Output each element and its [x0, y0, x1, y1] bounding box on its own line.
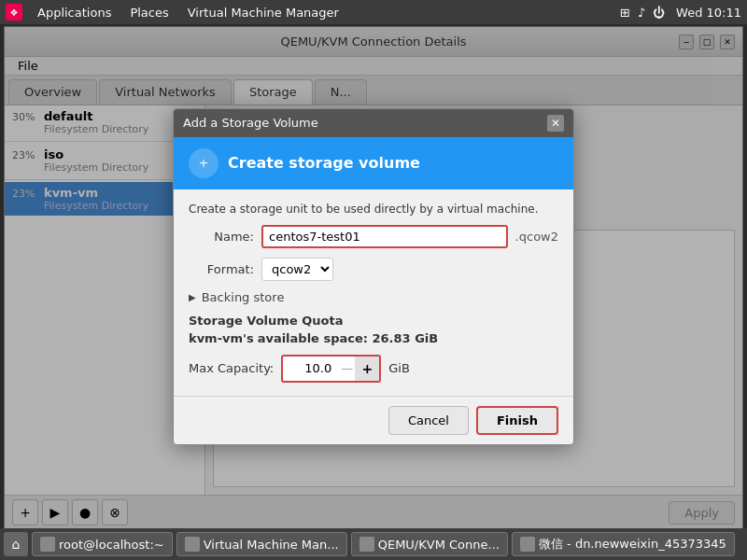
dialog-footer: Cancel Finish	[174, 396, 573, 444]
dialog-titlebar: Add a Storage Volume ✕	[174, 109, 573, 137]
quota-section: Storage Volume Quota kvm-vm's available …	[189, 314, 558, 345]
taskbar-item-wechat[interactable]: 微信 - dn.newweixin_45373345	[512, 532, 735, 556]
taskbar-item-vm-manager[interactable]: Virtual Machine Man...	[176, 532, 347, 556]
dialog-header-icon: +	[189, 148, 218, 178]
dialog-header-title: Create storage volume	[228, 154, 420, 172]
add-storage-volume-dialog: Add a Storage Volume ✕ + Create storage …	[173, 108, 574, 445]
taskbar-wechat-label: 微信 - dn.newweixin_45373345	[539, 536, 726, 553]
power-icon: ⏻	[653, 6, 665, 20]
capacity-input[interactable]	[283, 358, 339, 378]
plus-icon: +	[199, 156, 209, 170]
dialog-header: + Create storage volume	[174, 137, 573, 189]
dialog-overlay: Add a Storage Volume ✕ + Create storage …	[0, 24, 747, 528]
format-form-row: Format: qcow2 raw vmdk	[189, 258, 558, 281]
taskbar-vm-label: Virtual Machine Man...	[204, 538, 339, 552]
capacity-separator: —	[339, 361, 355, 375]
top-menu-bar: ❖ Applications Places Virtual Machine Ma…	[0, 0, 747, 24]
qemu-icon	[359, 537, 374, 552]
dialog-close-button[interactable]: ✕	[547, 115, 564, 132]
places-menu[interactable]: Places	[122, 4, 176, 21]
dialog-title: Add a Storage Volume	[183, 116, 318, 130]
vm-manager-icon	[185, 537, 200, 552]
format-select[interactable]: qcow2 raw vmdk	[261, 258, 333, 281]
wechat-icon	[520, 537, 535, 552]
quota-title: Storage Volume Quota	[189, 314, 558, 328]
taskbar: ⌂ root@localhost:~ Virtual Machine Man..…	[0, 528, 747, 560]
name-form-row: Name: .qcow2	[189, 225, 558, 248]
capacity-unit: GiB	[388, 361, 410, 375]
quota-avail-text: available space: 26.83 GiB	[258, 331, 439, 345]
name-input[interactable]	[261, 225, 508, 248]
taskbar-item-terminal[interactable]: root@localhost:~	[32, 532, 173, 556]
backing-store-section[interactable]: ▶ Backing store	[189, 290, 558, 304]
format-field-label: Format:	[189, 262, 254, 276]
status-icons: ⊞ ♪ ⏻	[620, 6, 665, 20]
max-capacity-label: Max Capacity:	[189, 361, 274, 375]
cancel-button[interactable]: Cancel	[388, 406, 469, 435]
taskbar-qemu-label: QEMU/KVM Conne...	[378, 538, 500, 552]
quota-available: kvm-vm's available space: 26.83 GiB	[189, 331, 558, 345]
clock-area: ⊞ ♪ ⏻ Wed 10:11	[620, 6, 741, 20]
name-field-label: Name:	[189, 230, 254, 244]
backing-arrow-icon: ▶	[189, 292, 196, 302]
name-suffix: .qcow2	[515, 230, 558, 244]
applications-menu[interactable]: Applications	[30, 4, 119, 21]
capacity-decrease-button[interactable]: +	[355, 357, 379, 381]
finish-button[interactable]: Finish	[476, 406, 558, 435]
taskbar-item-qemu[interactable]: QEMU/KVM Conne...	[351, 532, 508, 556]
network-icon: ⊞	[620, 6, 630, 20]
taskbar-home-button[interactable]: ⌂	[4, 532, 28, 556]
backing-store-label: Backing store	[202, 290, 285, 304]
quota-pool-name: kvm-vm's	[189, 331, 254, 345]
max-capacity-row: Max Capacity: — + GiB	[189, 355, 558, 383]
app-icon: ❖	[6, 4, 22, 21]
taskbar-terminal-label: root@localhost:~	[59, 538, 164, 552]
dialog-description: Create a storage unit to be used directl…	[189, 203, 558, 216]
dialog-body: Create a storage unit to be used directl…	[174, 189, 573, 396]
capacity-input-group: — +	[281, 355, 381, 383]
clock-display: Wed 10:11	[676, 6, 741, 20]
terminal-icon	[40, 537, 55, 552]
volume-icon: ♪	[638, 6, 645, 20]
app-name-menu[interactable]: Virtual Machine Manager	[180, 4, 346, 21]
